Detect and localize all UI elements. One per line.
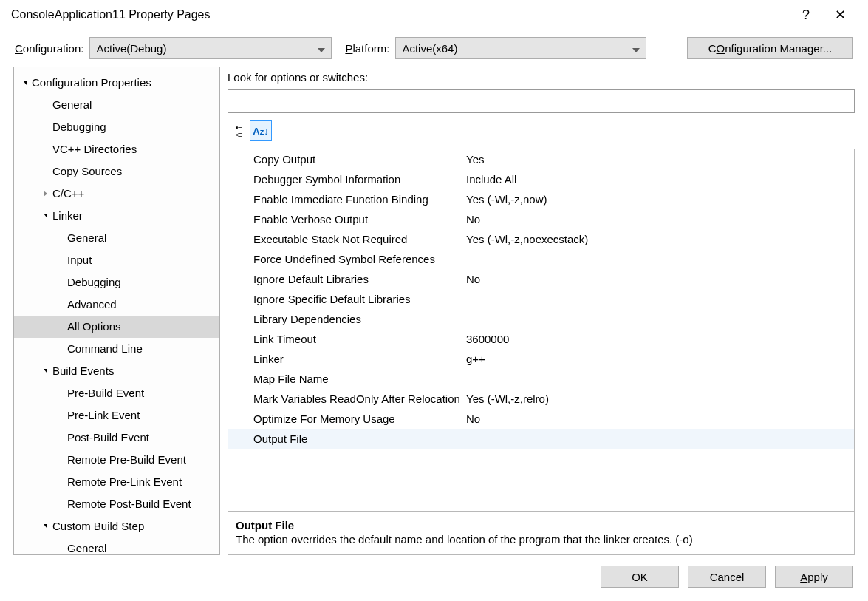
- tree-item-label: All Options: [67, 317, 121, 336]
- category-tree[interactable]: Configuration PropertiesGeneralDebugging…: [13, 67, 220, 555]
- configuration-manager-button[interactable]: COnfiguration Manager...: [687, 37, 853, 59]
- property-value[interactable]: g++: [465, 353, 854, 365]
- tree-item-label: Post-Build Event: [67, 428, 149, 447]
- tree-item-label: Linker: [52, 206, 83, 225]
- property-value[interactable]: Yes (-Wl,-z,relro): [465, 393, 854, 405]
- property-row[interactable]: Optimize For Memory UsageNo: [228, 409, 854, 429]
- chevron-down-icon: [632, 42, 640, 55]
- property-row[interactable]: Enable Immediate Function BindingYes (-W…: [228, 189, 854, 209]
- property-row[interactable]: Link Timeout3600000: [228, 329, 854, 349]
- property-label: Optimize For Memory Usage: [228, 412, 465, 425]
- tree-item[interactable]: Linker: [14, 205, 219, 227]
- alphabetical-view-button[interactable]: AZ↓: [250, 120, 272, 141]
- footer: OK Cancel Apply: [0, 555, 868, 601]
- tree-item-label: Advanced: [67, 295, 117, 314]
- apply-button[interactable]: Apply: [775, 566, 853, 588]
- property-row[interactable]: Library Dependencies: [228, 309, 854, 329]
- property-label: Linker: [228, 353, 465, 365]
- tree-item[interactable]: VC++ Directories: [14, 138, 219, 160]
- titlebar-text: ConsoleApplication11 Property Pages: [11, 8, 789, 21]
- tree-expander-icon[interactable]: [20, 73, 29, 92]
- tree-item[interactable]: C/C++: [14, 183, 219, 205]
- tree-item-label: Pre-Link Event: [67, 406, 140, 425]
- configuration-label: Configuration:: [15, 42, 83, 55]
- tree-item-label: Copy Sources: [52, 162, 122, 181]
- property-value[interactable]: No: [465, 273, 854, 285]
- tree-item[interactable]: General: [14, 227, 219, 249]
- property-row[interactable]: Linkerg++: [228, 349, 854, 369]
- search-input[interactable]: [228, 89, 855, 113]
- property-label: Debugger Symbol Information: [228, 173, 465, 186]
- help-button[interactable]: [789, 3, 823, 27]
- property-label: Enable Immediate Function Binding: [228, 193, 465, 206]
- tree-item[interactable]: Configuration Properties: [14, 72, 219, 94]
- property-value[interactable]: Include All: [465, 173, 854, 186]
- property-value[interactable]: No: [465, 213, 854, 225]
- search-label: Look for options or switches:: [228, 67, 855, 85]
- property-value[interactable]: Yes (-Wl,-z,noexecstack): [465, 233, 854, 245]
- description-text: The option overrides the default name an…: [236, 533, 847, 546]
- tree-item-label: Input: [67, 251, 92, 270]
- property-row[interactable]: Force Undefined Symbol References: [228, 249, 854, 269]
- tree-item[interactable]: Command Line: [14, 338, 219, 360]
- property-value[interactable]: No: [465, 412, 854, 425]
- tree-item[interactable]: General: [14, 94, 219, 116]
- property-value[interactable]: Yes: [465, 153, 854, 166]
- config-bar: Configuration: Active(Debug) Platform: A…: [0, 30, 868, 67]
- property-row[interactable]: Output File: [228, 429, 854, 449]
- property-label: Force Undefined Symbol References: [228, 253, 465, 265]
- tree-expander-icon[interactable]: [41, 517, 49, 536]
- tree-expander-icon[interactable]: [41, 206, 49, 225]
- tree-item[interactable]: Pre-Build Event: [14, 382, 219, 404]
- tree-item[interactable]: Input: [14, 249, 219, 271]
- tree-item-label: Debugging: [67, 273, 121, 292]
- tree-item[interactable]: Remote Pre-Build Event: [14, 449, 219, 471]
- property-label: Mark Variables ReadOnly After Relocation: [228, 393, 465, 405]
- titlebar: ConsoleApplication11 Property Pages: [0, 0, 868, 30]
- tree-item[interactable]: Custom Build Step: [14, 515, 219, 537]
- property-label: Copy Output: [228, 153, 465, 166]
- property-row[interactable]: Copy OutputYes: [228, 149, 854, 169]
- tree-expander-icon[interactable]: [41, 184, 49, 203]
- property-label: Enable Verbose Output: [228, 213, 465, 225]
- property-row[interactable]: Enable Verbose OutputNo: [228, 209, 854, 229]
- categorized-view-button[interactable]: ▪≡▫≡: [228, 120, 250, 141]
- property-row[interactable]: Ignore Specific Default Libraries: [228, 289, 854, 309]
- tree-item[interactable]: Remote Post-Build Event: [14, 493, 219, 515]
- close-button[interactable]: [823, 3, 857, 27]
- tree-item-label: General: [67, 539, 106, 555]
- tree-item[interactable]: General: [14, 537, 219, 555]
- property-label: Ignore Default Libraries: [228, 273, 465, 285]
- tree-item-label: Remote Pre-Link Event: [67, 472, 182, 492]
- tree-item[interactable]: Build Events: [14, 360, 219, 382]
- platform-combo[interactable]: Active(x64): [395, 37, 646, 59]
- configuration-combo[interactable]: Active(Debug): [89, 37, 332, 59]
- tree-item[interactable]: Remote Pre-Link Event: [14, 471, 219, 493]
- tree-item[interactable]: Debugging: [14, 116, 219, 138]
- property-label: Map File Name: [228, 373, 465, 385]
- tree-item-label: Remote Post-Build Event: [67, 495, 191, 514]
- tree-item[interactable]: Post-Build Event: [14, 427, 219, 449]
- property-row[interactable]: Ignore Default LibrariesNo: [228, 269, 854, 289]
- tree-item[interactable]: Advanced: [14, 293, 219, 316]
- property-label: Executable Stack Not Required: [228, 233, 465, 245]
- tree-item[interactable]: All Options: [14, 316, 219, 338]
- property-pages-dialog: ConsoleApplication11 Property Pages Conf…: [0, 0, 868, 601]
- property-value[interactable]: Yes (-Wl,-z,now): [465, 193, 854, 206]
- tree-item[interactable]: Pre-Link Event: [14, 404, 219, 427]
- tree-item[interactable]: Copy Sources: [14, 160, 219, 183]
- cancel-button[interactable]: Cancel: [688, 566, 766, 588]
- tree-item-label: Pre-Build Event: [67, 384, 144, 403]
- property-row[interactable]: Map File Name: [228, 369, 854, 389]
- tree-item-label: Configuration Properties: [32, 73, 151, 92]
- ok-button[interactable]: OK: [601, 566, 679, 588]
- tree-expander-icon[interactable]: [41, 361, 49, 381]
- tree-item[interactable]: Debugging: [14, 271, 219, 293]
- property-row[interactable]: Executable Stack Not RequiredYes (-Wl,-z…: [228, 229, 854, 249]
- tree-item-label: General: [67, 228, 106, 248]
- property-grid[interactable]: Copy OutputYesDebugger Symbol Informatio…: [228, 149, 854, 511]
- tree-item-label: Debugging: [52, 118, 106, 137]
- property-row[interactable]: Mark Variables ReadOnly After Relocation…: [228, 389, 854, 409]
- property-row[interactable]: Debugger Symbol InformationInclude All: [228, 169, 854, 189]
- property-value[interactable]: 3600000: [465, 333, 854, 345]
